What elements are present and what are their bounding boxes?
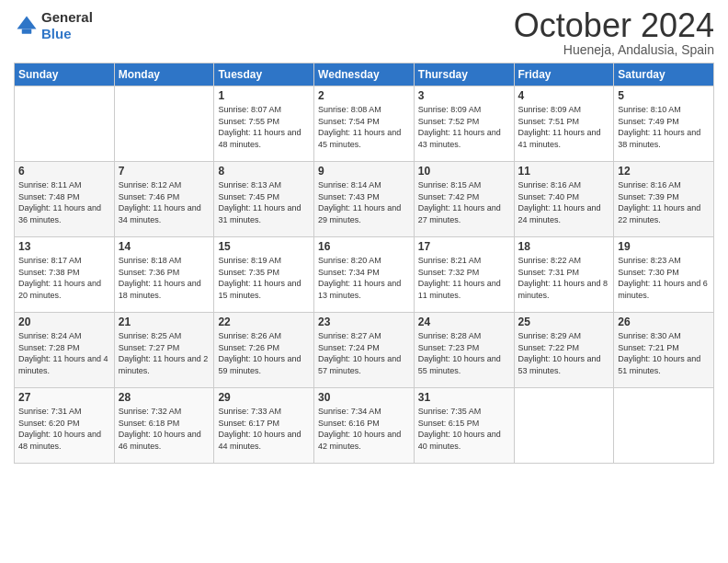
weekday-header-row: SundayMondayTuesdayWednesdayThursdayFrid… xyxy=(15,63,714,86)
calendar-cell: 10Sunrise: 8:15 AM Sunset: 7:42 PM Dayli… xyxy=(414,162,514,237)
day-number: 15 xyxy=(218,240,310,253)
day-info: Sunrise: 8:15 AM Sunset: 7:42 PM Dayligh… xyxy=(418,179,510,225)
day-info: Sunrise: 8:26 AM Sunset: 7:26 PM Dayligh… xyxy=(218,330,310,376)
calendar-cell: 17Sunrise: 8:21 AM Sunset: 7:32 PM Dayli… xyxy=(414,237,514,313)
calendar-cell: 31Sunrise: 7:35 AM Sunset: 6:15 PM Dayli… xyxy=(414,388,514,464)
calendar-cell: 19Sunrise: 8:23 AM Sunset: 7:30 PM Dayli… xyxy=(614,237,714,313)
day-info: Sunrise: 8:21 AM Sunset: 7:32 PM Dayligh… xyxy=(418,255,510,301)
day-number: 22 xyxy=(218,316,310,328)
day-info: Sunrise: 8:22 AM Sunset: 7:31 PM Dayligh… xyxy=(518,255,610,301)
weekday-header-thursday: Thursday xyxy=(414,63,514,86)
day-number: 21 xyxy=(119,316,210,328)
week-row-1: 1Sunrise: 8:07 AM Sunset: 7:55 PM Daylig… xyxy=(15,86,714,162)
calendar-table: SundayMondayTuesdayWednesdayThursdayFrid… xyxy=(14,63,714,464)
calendar-cell: 7Sunrise: 8:12 AM Sunset: 7:46 PM Daylig… xyxy=(114,162,214,237)
calendar-cell: 12Sunrise: 8:16 AM Sunset: 7:39 PM Dayli… xyxy=(614,162,714,237)
calendar-cell: 5Sunrise: 8:10 AM Sunset: 7:49 PM Daylig… xyxy=(614,86,714,162)
day-number: 17 xyxy=(418,240,510,253)
day-number: 2 xyxy=(318,89,410,102)
day-info: Sunrise: 8:16 AM Sunset: 7:39 PM Dayligh… xyxy=(618,179,710,225)
day-number: 13 xyxy=(18,240,110,253)
day-number: 12 xyxy=(618,165,710,178)
day-info: Sunrise: 8:09 AM Sunset: 7:52 PM Dayligh… xyxy=(418,104,510,150)
day-number: 8 xyxy=(218,165,310,178)
day-number: 29 xyxy=(218,391,310,404)
week-row-3: 13Sunrise: 8:17 AM Sunset: 7:38 PM Dayli… xyxy=(15,237,714,313)
day-info: Sunrise: 8:18 AM Sunset: 7:36 PM Dayligh… xyxy=(119,255,210,301)
day-number: 24 xyxy=(418,316,510,328)
calendar-cell: 30Sunrise: 7:34 AM Sunset: 6:16 PM Dayli… xyxy=(314,388,415,464)
day-number: 10 xyxy=(418,165,510,178)
day-info: Sunrise: 8:28 AM Sunset: 7:23 PM Dayligh… xyxy=(418,330,510,376)
calendar-cell: 20Sunrise: 8:24 AM Sunset: 7:28 PM Dayli… xyxy=(15,313,115,388)
svg-marker-0 xyxy=(17,17,37,29)
day-number: 20 xyxy=(18,316,110,328)
day-info: Sunrise: 8:29 AM Sunset: 7:22 PM Dayligh… xyxy=(518,330,610,376)
day-info: Sunrise: 7:33 AM Sunset: 6:17 PM Dayligh… xyxy=(218,406,310,452)
day-info: Sunrise: 8:19 AM Sunset: 7:35 PM Dayligh… xyxy=(218,255,310,301)
calendar-cell: 27Sunrise: 7:31 AM Sunset: 6:20 PM Dayli… xyxy=(15,388,115,464)
day-info: Sunrise: 8:08 AM Sunset: 7:54 PM Dayligh… xyxy=(318,104,410,150)
week-row-5: 27Sunrise: 7:31 AM Sunset: 6:20 PM Dayli… xyxy=(15,388,714,464)
calendar-cell: 26Sunrise: 8:30 AM Sunset: 7:21 PM Dayli… xyxy=(614,313,714,388)
day-info: Sunrise: 8:27 AM Sunset: 7:24 PM Dayligh… xyxy=(318,330,410,376)
calendar-cell: 8Sunrise: 8:13 AM Sunset: 7:45 PM Daylig… xyxy=(214,162,314,237)
calendar-cell: 22Sunrise: 8:26 AM Sunset: 7:26 PM Dayli… xyxy=(214,313,314,388)
svg-rect-1 xyxy=(22,29,32,34)
calendar-cell: 29Sunrise: 7:33 AM Sunset: 6:17 PM Dayli… xyxy=(214,388,314,464)
calendar-page: General Blue October 2024 Hueneja, Andal… xyxy=(0,0,728,563)
calendar-cell: 11Sunrise: 8:16 AM Sunset: 7:40 PM Dayli… xyxy=(514,162,614,237)
day-info: Sunrise: 7:31 AM Sunset: 6:20 PM Dayligh… xyxy=(18,406,110,452)
day-info: Sunrise: 8:24 AM Sunset: 7:28 PM Dayligh… xyxy=(18,330,110,376)
day-info: Sunrise: 8:09 AM Sunset: 7:51 PM Dayligh… xyxy=(518,104,610,150)
day-number: 1 xyxy=(218,89,310,102)
day-number: 23 xyxy=(318,316,410,328)
weekday-header-tuesday: Tuesday xyxy=(214,63,314,86)
week-row-4: 20Sunrise: 8:24 AM Sunset: 7:28 PM Dayli… xyxy=(15,313,714,388)
day-info: Sunrise: 8:07 AM Sunset: 7:55 PM Dayligh… xyxy=(218,104,310,150)
day-number: 9 xyxy=(318,165,410,178)
calendar-cell xyxy=(114,86,214,162)
logo: General Blue xyxy=(14,9,93,42)
day-number: 19 xyxy=(618,240,710,253)
week-row-2: 6Sunrise: 8:11 AM Sunset: 7:48 PM Daylig… xyxy=(15,162,714,237)
calendar-cell: 2Sunrise: 8:08 AM Sunset: 7:54 PM Daylig… xyxy=(314,86,415,162)
day-info: Sunrise: 8:11 AM Sunset: 7:48 PM Dayligh… xyxy=(18,179,110,225)
location-subtitle: Hueneja, Andalusia, Spain xyxy=(514,42,714,57)
day-number: 16 xyxy=(318,240,410,253)
day-number: 14 xyxy=(119,240,210,253)
month-title: October 2024 xyxy=(514,9,714,42)
weekday-header-saturday: Saturday xyxy=(614,63,714,86)
calendar-cell: 16Sunrise: 8:20 AM Sunset: 7:34 PM Dayli… xyxy=(314,237,415,313)
day-info: Sunrise: 8:10 AM Sunset: 7:49 PM Dayligh… xyxy=(618,104,710,150)
day-number: 11 xyxy=(518,165,610,178)
day-number: 31 xyxy=(418,391,510,404)
calendar-cell: 13Sunrise: 8:17 AM Sunset: 7:38 PM Dayli… xyxy=(15,237,115,313)
calendar-cell: 6Sunrise: 8:11 AM Sunset: 7:48 PM Daylig… xyxy=(15,162,115,237)
day-info: Sunrise: 8:23 AM Sunset: 7:30 PM Dayligh… xyxy=(618,255,710,301)
logo-text: General Blue xyxy=(41,9,93,42)
calendar-cell: 4Sunrise: 8:09 AM Sunset: 7:51 PM Daylig… xyxy=(514,86,614,162)
calendar-cell: 14Sunrise: 8:18 AM Sunset: 7:36 PM Dayli… xyxy=(114,237,214,313)
calendar-cell xyxy=(514,388,614,464)
day-info: Sunrise: 7:35 AM Sunset: 6:15 PM Dayligh… xyxy=(418,406,510,452)
day-info: Sunrise: 8:30 AM Sunset: 7:21 PM Dayligh… xyxy=(618,330,710,376)
day-number: 28 xyxy=(119,391,210,404)
calendar-cell: 28Sunrise: 7:32 AM Sunset: 6:18 PM Dayli… xyxy=(114,388,214,464)
day-info: Sunrise: 8:20 AM Sunset: 7:34 PM Dayligh… xyxy=(318,255,410,301)
day-number: 27 xyxy=(18,391,110,404)
day-info: Sunrise: 8:16 AM Sunset: 7:40 PM Dayligh… xyxy=(518,179,610,225)
calendar-cell: 3Sunrise: 8:09 AM Sunset: 7:52 PM Daylig… xyxy=(414,86,514,162)
calendar-cell: 1Sunrise: 8:07 AM Sunset: 7:55 PM Daylig… xyxy=(214,86,314,162)
day-info: Sunrise: 8:13 AM Sunset: 7:45 PM Dayligh… xyxy=(218,179,310,225)
header: General Blue October 2024 Hueneja, Andal… xyxy=(14,9,714,57)
day-number: 4 xyxy=(518,89,610,102)
day-info: Sunrise: 8:17 AM Sunset: 7:38 PM Dayligh… xyxy=(18,255,110,301)
day-number: 3 xyxy=(418,89,510,102)
title-block: October 2024 Hueneja, Andalusia, Spain xyxy=(514,9,714,57)
day-number: 25 xyxy=(518,316,610,328)
calendar-cell xyxy=(614,388,714,464)
day-number: 5 xyxy=(618,89,710,102)
weekday-header-wednesday: Wednesday xyxy=(314,63,415,86)
calendar-cell: 25Sunrise: 8:29 AM Sunset: 7:22 PM Dayli… xyxy=(514,313,614,388)
